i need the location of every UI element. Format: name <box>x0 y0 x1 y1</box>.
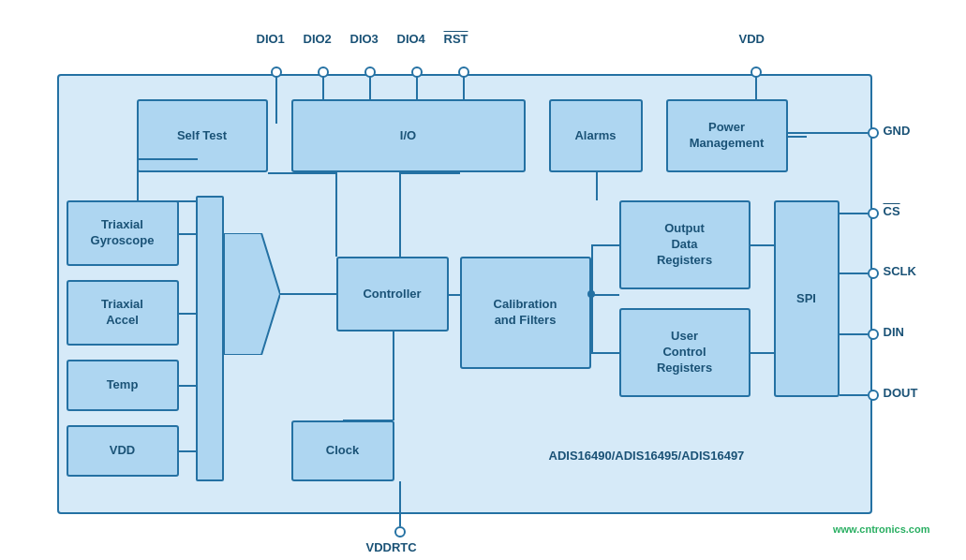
calib-to-output-hline <box>591 244 619 246</box>
dout-pin-circle <box>868 390 879 401</box>
temp-block: Temp <box>67 360 179 411</box>
output-to-spi-hline <box>751 244 774 246</box>
sclk-pin-circle <box>868 268 879 279</box>
dio4-label: DIO4 <box>397 32 425 46</box>
vddrtc-pin-circle <box>394 526 406 538</box>
din-pin-circle <box>868 329 879 340</box>
dio1-vline <box>275 77 277 124</box>
accel-hline <box>179 313 196 315</box>
sclk-label: SCLK <box>884 264 916 278</box>
gyro-hline <box>179 233 196 235</box>
user-to-spi-hline <box>751 352 774 354</box>
output-data-regs-block: OutputDataRegisters <box>619 200 751 289</box>
cs-label: CS <box>884 204 900 218</box>
spi-block: SPI <box>774 200 840 397</box>
controller-clock-vline <box>393 332 394 420</box>
io-left-hline <box>268 172 336 174</box>
vdd-hline <box>179 450 196 452</box>
gnd-pin-circle <box>868 127 879 139</box>
dio3-label: DIO3 <box>350 32 379 46</box>
triaxial-gyro-block: TriaxialGyroscope <box>67 200 179 266</box>
power-to-vdd-hline <box>788 136 807 138</box>
vddrtc-vline <box>399 481 401 526</box>
alarms-block: Alarms <box>549 99 643 172</box>
diagram-wrapper: DIO1 DIO2 DIO3 DIO4 RST VDD Self Test I/… <box>29 18 938 542</box>
mux-to-controller-hline <box>280 293 336 295</box>
io-rst-hline <box>399 172 460 174</box>
user-control-regs-block: UserControlRegisters <box>619 308 751 397</box>
rst-label: RST <box>444 32 468 46</box>
selftest-hline <box>137 158 198 160</box>
self-test-block: Self Test <box>137 99 268 172</box>
dio2-label: DIO2 <box>304 32 332 46</box>
selftest-sensor-hline <box>137 200 196 202</box>
mux-shape <box>224 233 280 355</box>
main-container: DIO1 DIO2 DIO3 DIO4 RST VDD Self Test I/… <box>0 0 966 560</box>
calib-to-output-vline <box>591 244 593 294</box>
clock-block: Clock <box>291 420 394 481</box>
sensor-bus-bar <box>196 196 224 481</box>
alarms-vline <box>596 172 598 200</box>
sclk-hline <box>840 273 868 274</box>
vddrtc-label: VDDRTC <box>366 540 417 554</box>
calib-filters-block: Calibrationand Filters <box>460 257 591 369</box>
temp-hline <box>179 385 196 387</box>
dio1-label: DIO1 <box>257 32 285 46</box>
controller-block: Controller <box>336 257 449 332</box>
io-to-ctrl-vline <box>399 172 401 257</box>
controller-clock-hline <box>343 420 393 421</box>
ctrl-to-calib-hline <box>449 294 460 296</box>
gnd-label: GND <box>884 124 911 138</box>
gnd-hline <box>788 132 868 134</box>
cs-pin-circle <box>868 208 879 219</box>
svg-marker-0 <box>224 233 280 355</box>
calib-to-regs-hline <box>591 294 619 296</box>
power-mgmt-block: PowerManagement <box>666 99 788 172</box>
cs-hline <box>840 213 868 214</box>
dout-hline <box>840 394 868 396</box>
calib-to-user-hline <box>591 352 619 354</box>
triaxial-accel-block: TriaxialAccel <box>67 280 179 346</box>
io-block: I/O <box>291 99 526 172</box>
dout-label: DOUT <box>884 386 918 400</box>
din-hline <box>840 333 868 335</box>
io-left-vline <box>335 172 337 257</box>
vdd-sensor-block: VDD <box>67 425 179 477</box>
selftest-vline <box>137 158 139 200</box>
calib-to-user-vline <box>591 294 593 352</box>
watermark: www.cntronics.com <box>833 523 930 535</box>
chip-label: ADIS16490/ADIS16495/ADIS16497 <box>549 449 745 463</box>
din-label: DIN <box>884 325 904 339</box>
vdd-top-label: VDD <box>739 32 765 46</box>
